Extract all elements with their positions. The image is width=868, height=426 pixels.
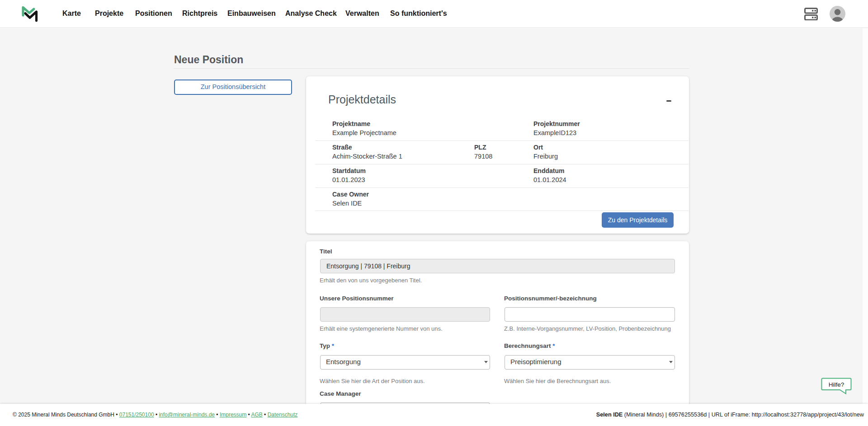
svg-text:Hilfe?: Hilfe?	[829, 381, 844, 388]
